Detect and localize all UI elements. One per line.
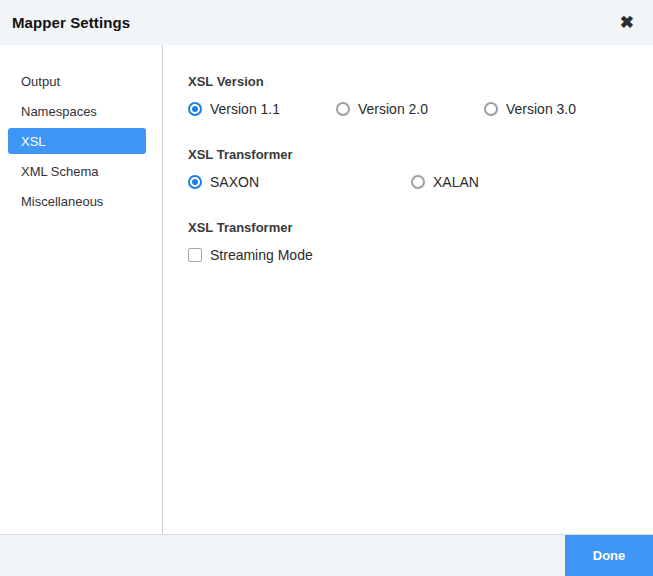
settings-section: XSL Version Version 1.1 Version 2.0 Vers… <box>188 74 634 117</box>
radio-option-saxon[interactable]: SAXON <box>188 174 411 190</box>
dialog-header: Mapper Settings ✖ <box>0 0 653 45</box>
settings-panel: XSL Version Version 1.1 Version 2.0 Vers… <box>163 45 653 534</box>
radio-icon <box>336 102 350 116</box>
sidebar-item-label: XML Schema <box>21 164 99 179</box>
dialog-body: Output Namespaces XSL XML Schema Miscell… <box>0 45 653 534</box>
done-button[interactable]: Done <box>565 535 653 576</box>
radio-icon <box>188 175 202 189</box>
sidebar-item-xsl[interactable]: XSL <box>8 128 146 154</box>
radio-icon <box>484 102 498 116</box>
section-heading: XSL Transformer <box>188 220 634 235</box>
settings-section: XSL Transformer Streaming Mode <box>188 220 634 263</box>
mapper-settings-dialog: Mapper Settings ✖ Output Namespaces XSL … <box>0 0 653 576</box>
section-heading: XSL Version <box>188 74 634 89</box>
dialog-title: Mapper Settings <box>12 14 130 31</box>
radio-option-version-3-0[interactable]: Version 3.0 <box>484 101 632 117</box>
settings-sidebar: Output Namespaces XSL XML Schema Miscell… <box>0 45 163 534</box>
option-row: Streaming Mode <box>188 247 634 263</box>
sidebar-item-label: Namespaces <box>21 104 97 119</box>
option-row: Version 1.1 Version 2.0 Version 3.0 <box>188 101 634 117</box>
sidebar-item-label: Miscellaneous <box>21 194 103 209</box>
radio-option-version-2-0[interactable]: Version 2.0 <box>336 101 484 117</box>
sidebar-item-label: Output <box>21 74 60 89</box>
dialog-footer: Done <box>0 534 653 576</box>
checkbox-icon <box>188 248 202 262</box>
radio-option-label: Version 1.1 <box>210 101 280 117</box>
sidebar-item-output[interactable]: Output <box>8 68 146 94</box>
close-icon[interactable]: ✖ <box>620 14 634 31</box>
radio-option-version-1-1[interactable]: Version 1.1 <box>188 101 336 117</box>
section-heading: XSL Transformer <box>188 147 634 162</box>
sidebar-item-label: XSL <box>21 134 46 149</box>
sidebar-item-namespaces[interactable]: Namespaces <box>8 98 146 124</box>
option-row: SAXON XALAN <box>188 174 634 190</box>
checkbox-option-label: Streaming Mode <box>210 247 313 263</box>
sidebar-item-miscellaneous[interactable]: Miscellaneous <box>8 188 146 214</box>
radio-option-xalan[interactable]: XALAN <box>411 174 634 190</box>
radio-option-label: Version 2.0 <box>358 101 428 117</box>
radio-option-label: XALAN <box>433 174 479 190</box>
radio-icon <box>411 175 425 189</box>
sidebar-item-xml-schema[interactable]: XML Schema <box>8 158 146 184</box>
radio-option-label: SAXON <box>210 174 259 190</box>
checkbox-option-streaming-mode[interactable]: Streaming Mode <box>188 247 411 263</box>
radio-icon <box>188 102 202 116</box>
radio-option-label: Version 3.0 <box>506 101 576 117</box>
settings-section: XSL Transformer SAXON XALAN <box>188 147 634 190</box>
